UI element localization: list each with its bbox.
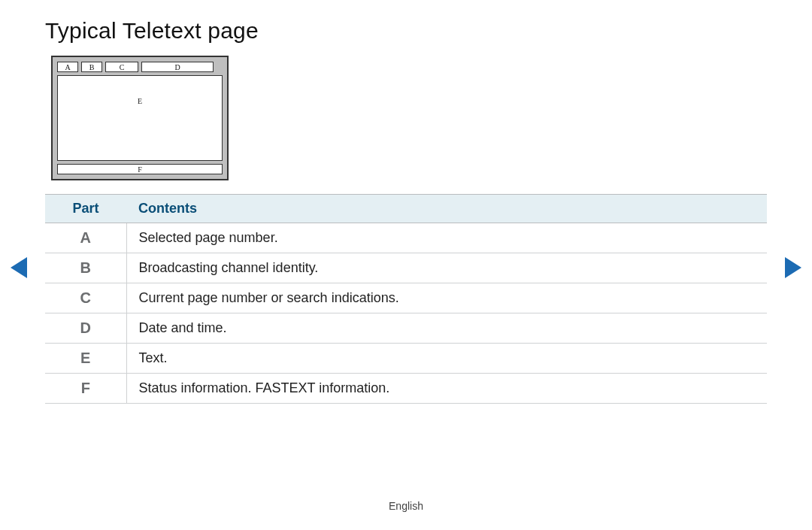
cell-contents: Status information. FASTEXT information. [126, 374, 767, 404]
cell-contents: Text. [126, 344, 767, 374]
teletext-diagram: A B C D E F [51, 56, 229, 180]
header-part: Part [45, 195, 126, 223]
cell-part: E [45, 344, 126, 374]
cell-contents: Broadcasting channel identity. [126, 253, 767, 283]
table-row: D Date and time. [45, 313, 767, 344]
table-row: F Status information. FASTEXT informatio… [45, 374, 767, 404]
table-row: C Current page number or search indicati… [45, 283, 767, 313]
header-contents: Contents [126, 195, 767, 223]
diagram-region-e: E [57, 75, 223, 161]
table-row: E Text. [45, 344, 767, 374]
page-title: Typical Teletext page [45, 18, 767, 44]
cell-contents: Selected page number. [126, 223, 767, 253]
prev-page-arrow-icon[interactable] [11, 257, 27, 278]
next-page-arrow-icon[interactable] [785, 257, 801, 278]
footer-language: English [0, 500, 812, 512]
cell-part: D [45, 313, 126, 344]
diagram-region-c: C [105, 62, 138, 72]
cell-part: F [45, 374, 126, 404]
parts-table: Part Contents A Selected page number. B … [45, 194, 767, 404]
cell-contents: Date and time. [126, 313, 767, 344]
cell-part: A [45, 223, 126, 253]
cell-part: C [45, 283, 126, 313]
cell-contents: Current page number or search indication… [126, 283, 767, 313]
diagram-region-b: B [81, 62, 102, 72]
table-header-row: Part Contents [45, 195, 767, 223]
table-row: B Broadcasting channel identity. [45, 253, 767, 283]
teletext-inner: A B C D E F [57, 62, 223, 174]
table-row: A Selected page number. [45, 223, 767, 253]
teletext-top-row: A B C D [57, 62, 223, 72]
page: Typical Teletext page A B C D E F Part C… [0, 0, 812, 530]
diagram-region-a: A [57, 62, 78, 72]
diagram-region-d: D [141, 62, 214, 72]
cell-part: B [45, 253, 126, 283]
diagram-region-f: F [57, 164, 223, 174]
